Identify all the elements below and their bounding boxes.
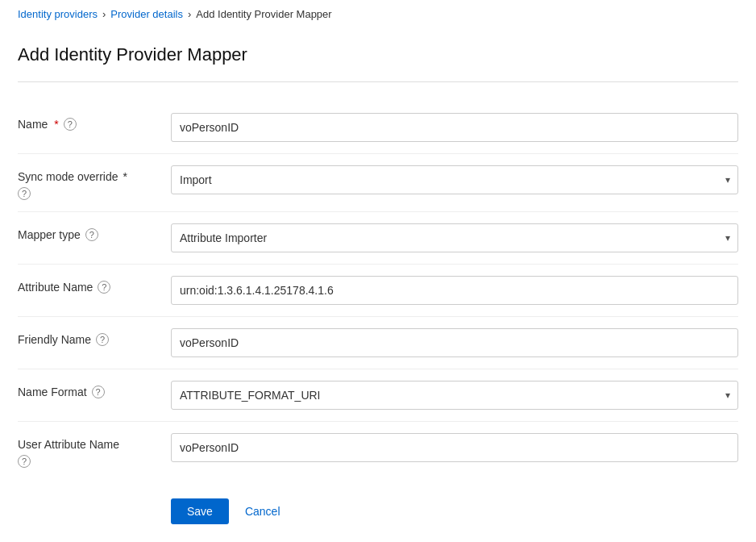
save-button[interactable]: Save [171, 498, 229, 524]
breadcrumb-separator-1: › [102, 8, 106, 20]
breadcrumb-current: Add Identity Provider Mapper [196, 8, 331, 20]
name-format-field-row: Name Format ? ATTRIBUTE_FORMAT_URI ATTRI… [18, 369, 738, 422]
breadcrumb-provider-details[interactable]: Provider details [110, 8, 183, 20]
attribute-name-control-area [171, 276, 738, 305]
section-divider [18, 81, 738, 82]
friendly-name-help-icon[interactable]: ? [96, 333, 109, 346]
mapper-type-select[interactable]: Attribute Importer Hardcoded Role Hardco… [171, 223, 738, 252]
name-format-select[interactable]: ATTRIBUTE_FORMAT_URI ATTRIBUTE_FORMAT_BA… [171, 381, 738, 410]
name-format-select-wrapper: ATTRIBUTE_FORMAT_URI ATTRIBUTE_FORMAT_BA… [171, 381, 738, 410]
attribute-name-label: Attribute Name ? [18, 276, 171, 294]
sync-mode-select-wrapper: Import Legacy Inherit ▾ [171, 165, 738, 194]
name-label: Name * ? [18, 113, 171, 131]
form-actions: Save Cancel [18, 479, 738, 524]
user-attribute-name-control-area [171, 433, 738, 462]
name-format-label: Name Format ? [18, 381, 171, 398]
name-format-control-area: ATTRIBUTE_FORMAT_URI ATTRIBUTE_FORMAT_BA… [171, 381, 738, 410]
mapper-type-field-row: Mapper type ? Attribute Importer Hardcod… [18, 212, 738, 265]
name-input[interactable] [171, 113, 738, 142]
sync-mode-help-icon[interactable]: ? [18, 187, 31, 200]
breadcrumb-identity-providers[interactable]: Identity providers [18, 8, 98, 20]
user-attribute-name-input[interactable] [171, 433, 738, 462]
mapper-type-control-area: Attribute Importer Hardcoded Role Hardco… [171, 223, 738, 252]
sync-mode-control-area: Import Legacy Inherit ▾ [171, 165, 738, 194]
identity-provider-mapper-form: Name * ? Sync mode override * ? [18, 102, 738, 479]
sync-mode-label: Sync mode override * [18, 170, 171, 183]
name-format-help-icon[interactable]: ? [92, 386, 105, 398]
friendly-name-label: Friendly Name ? [18, 328, 171, 346]
mapper-type-select-wrapper: Attribute Importer Hardcoded Role Hardco… [171, 223, 738, 252]
friendly-name-input[interactable] [171, 328, 738, 357]
breadcrumb: Identity providers › Provider details › … [0, 0, 756, 28]
cancel-button[interactable]: Cancel [242, 498, 284, 524]
user-attribute-name-field-row: User Attribute Name ? [18, 422, 738, 479]
sync-mode-select[interactable]: Import Legacy Inherit [171, 165, 738, 194]
attribute-name-input[interactable] [171, 276, 738, 305]
mapper-type-label: Mapper type ? [18, 223, 171, 241]
attribute-name-field-row: Attribute Name ? [18, 265, 738, 317]
sync-mode-field-row: Sync mode override * ? Import Legacy Inh… [18, 154, 738, 212]
friendly-name-control-area [171, 328, 738, 357]
sync-mode-required-indicator: * [123, 170, 127, 183]
mapper-type-help-icon[interactable]: ? [85, 228, 98, 241]
sync-mode-label-area: Sync mode override * ? [18, 165, 171, 200]
user-attribute-name-label-area: User Attribute Name ? [18, 433, 171, 468]
user-attribute-name-label: User Attribute Name [18, 438, 171, 451]
name-field-row: Name * ? [18, 102, 738, 154]
attribute-name-help-icon[interactable]: ? [98, 281, 110, 294]
friendly-name-field-row: Friendly Name ? [18, 317, 738, 369]
name-required-indicator: * [54, 118, 58, 131]
name-control-area [171, 113, 738, 142]
user-attribute-name-help-icon[interactable]: ? [18, 455, 31, 468]
sync-mode-help-sub: ? [18, 186, 171, 200]
name-help-icon[interactable]: ? [64, 118, 77, 131]
page-title: Add Identity Provider Mapper [18, 44, 738, 65]
breadcrumb-separator-2: › [188, 8, 191, 20]
user-attribute-name-help-sub: ? [18, 454, 171, 468]
